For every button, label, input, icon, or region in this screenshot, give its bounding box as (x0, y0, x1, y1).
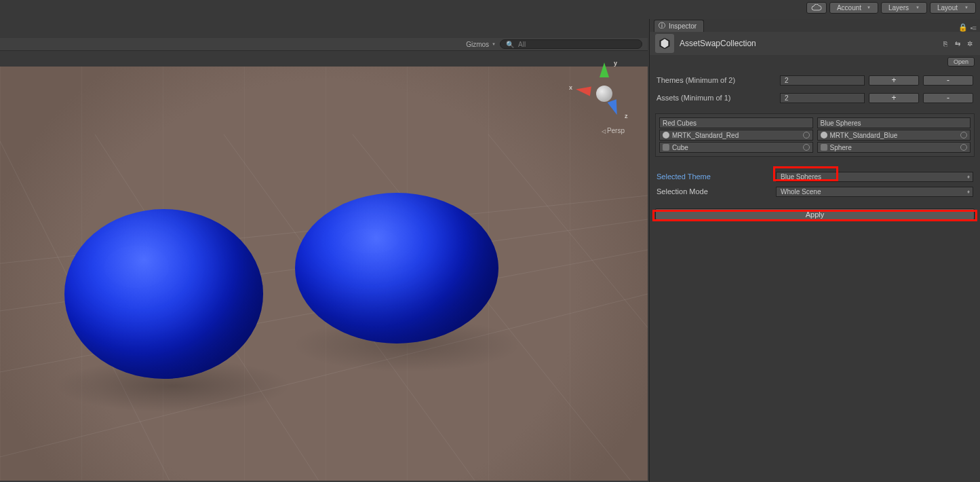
selection-mode-label: Selection Mode (656, 187, 776, 196)
dropdown-icon: ▼ (492, 42, 496, 46)
theme-column: Blue Spheres MRTK_Standard_Blue Sphere (817, 117, 971, 153)
mesh-icon (663, 144, 669, 151)
gizmo-z-axis[interactable] (608, 99, 622, 116)
search-icon: 🔍 (506, 41, 514, 48)
theme-mesh-field[interactable]: Sphere (817, 142, 971, 153)
material-icon (821, 132, 827, 138)
gizmo-x-axis[interactable] (575, 85, 591, 96)
themes-minus-button[interactable]: - (923, 75, 973, 86)
axis-label-x: x (569, 84, 572, 91)
chevron-left-icon: ◁ (602, 128, 606, 134)
preset-icon[interactable]: ⎘ (941, 39, 950, 48)
selected-theme-dropdown[interactable]: Blue Spheres ♦ (776, 172, 973, 182)
unity-asset-icon (655, 34, 674, 53)
cloud-button[interactable] (806, 2, 827, 14)
assets-count-label: Assets (Minimum of 1) (656, 94, 776, 102)
theme-material: MRTK_Standard_Red (672, 132, 739, 139)
theme-name-field[interactable]: Blue Spheres (817, 117, 971, 128)
selection-mode-dropdown[interactable]: Whole Scene ♦ (776, 187, 973, 197)
selected-theme-label: Selected Theme (656, 172, 776, 181)
mesh-icon (821, 144, 827, 151)
dropdown-icon: ♦ (967, 189, 970, 195)
projection-label[interactable]: ◁Persp (602, 127, 625, 134)
account-label: Account (837, 4, 861, 12)
tab-menu-icon[interactable]: ▪≡ (971, 24, 976, 32)
gizmos-dropdown[interactable]: Gizmos ▼ (466, 41, 496, 48)
layers-dropdown[interactable]: Layers ▼ (881, 2, 927, 14)
persp-text: Persp (607, 127, 625, 134)
axis-label-z: z (625, 113, 628, 119)
gizmos-label: Gizmos (466, 41, 489, 48)
themes-plus-button[interactable]: + (869, 75, 919, 86)
gizmo-center[interactable] (596, 86, 612, 102)
lock-icon[interactable]: 🔒 (958, 23, 968, 32)
selected-theme-value: Blue Spheres (781, 173, 821, 181)
selection-mode-row: Selection Mode Whole Scene ♦ (656, 185, 973, 198)
scene-sphere[interactable] (64, 209, 263, 379)
theme-name-field[interactable]: Red Cubes (659, 117, 813, 128)
info-icon: ⓘ (659, 21, 665, 31)
assets-count-value: 2 (785, 94, 789, 102)
material-icon (663, 132, 669, 138)
dropdown-icon: ▼ (964, 5, 968, 10)
object-picker-icon[interactable] (960, 132, 967, 138)
themes-count-label: Themes (Minimum of 2) (656, 76, 776, 84)
open-button-label: Open (954, 58, 968, 65)
apply-button[interactable]: Apply (655, 208, 975, 220)
theme-material-field[interactable]: MRTK_Standard_Red (659, 130, 813, 141)
themes-count-value: 2 (785, 77, 789, 84)
theme-material: MRTK_Standard_Blue (830, 132, 898, 139)
open-button[interactable]: Open (947, 57, 975, 67)
assets-count-row: Assets (Minimum of 1) 2 + - (656, 92, 973, 104)
settings-icon[interactable]: ⇆ (953, 39, 962, 48)
theme-name: Blue Spheres (821, 119, 861, 127)
svg-line-8 (488, 134, 648, 447)
gizmo-y-axis[interactable] (600, 62, 609, 77)
layers-label: Layers (888, 4, 909, 12)
scene-toolbar: Gizmos ▼ 🔍 All (0, 38, 648, 51)
account-dropdown[interactable]: Account ▼ (829, 2, 878, 14)
object-picker-icon[interactable] (960, 144, 967, 151)
scene-sphere[interactable] (295, 193, 498, 344)
theme-mesh-field[interactable]: Cube (659, 142, 813, 153)
inspector-tab-label: Inspector (669, 22, 697, 30)
scene-view[interactable]: Gizmos ▼ 🔍 All y x z ◁Persp (0, 19, 648, 481)
dropdown-icon: ♦ (967, 174, 970, 180)
orientation-gizmo[interactable]: y x z ◁Persp (577, 60, 631, 134)
layout-label: Layout (937, 4, 958, 12)
selection-mode-value: Whole Scene (781, 188, 821, 196)
apply-button-label: Apply (806, 210, 825, 219)
axis-label-y: y (614, 60, 617, 67)
scene-search-input[interactable]: 🔍 All (500, 39, 642, 49)
assets-minus-button[interactable]: - (923, 93, 973, 103)
object-picker-icon[interactable] (803, 132, 810, 138)
theme-column: Red Cubes MRTK_Standard_Red Cube (659, 117, 813, 153)
dropdown-icon: ▼ (916, 5, 920, 10)
top-toolbar: Account ▼ Layers ▼ Layout ▼ (0, 0, 980, 15)
theme-mesh: Cube (672, 144, 688, 151)
assets-plus-button[interactable]: + (869, 93, 919, 103)
selected-theme-row: Selected Theme Blue Spheres ♦ (656, 170, 973, 183)
theme-name: Red Cubes (663, 119, 697, 127)
dropdown-icon: ▼ (867, 5, 871, 10)
theme-mesh: Sphere (830, 144, 852, 151)
inspector-tab[interactable]: ⓘ Inspector (654, 20, 704, 32)
scene-search-placeholder: All (518, 41, 526, 48)
asset-title: AssetSwapCollection (680, 39, 756, 48)
inspector-header: AssetSwapCollection ⎘ ⇆ ✲ (650, 32, 980, 55)
themes-container: Red Cubes MRTK_Standard_Red Cube Blue Sp… (655, 113, 975, 157)
layout-dropdown[interactable]: Layout ▼ (930, 2, 976, 14)
theme-material-field[interactable]: MRTK_Standard_Blue (817, 130, 971, 141)
inspector-tabrow: ⓘ Inspector 🔒 ▪≡ (650, 19, 980, 32)
assets-count-field[interactable]: 2 (780, 93, 865, 103)
inspector-panel: ⓘ Inspector 🔒 ▪≡ AssetSwapCollection ⎘ ⇆… (649, 19, 980, 482)
themes-count-row: Themes (Minimum of 2) 2 + - (656, 74, 973, 86)
gear-icon[interactable]: ✲ (965, 39, 975, 48)
object-picker-icon[interactable] (803, 144, 810, 151)
themes-count-field[interactable]: 2 (780, 75, 865, 86)
cloud-icon (811, 4, 822, 11)
